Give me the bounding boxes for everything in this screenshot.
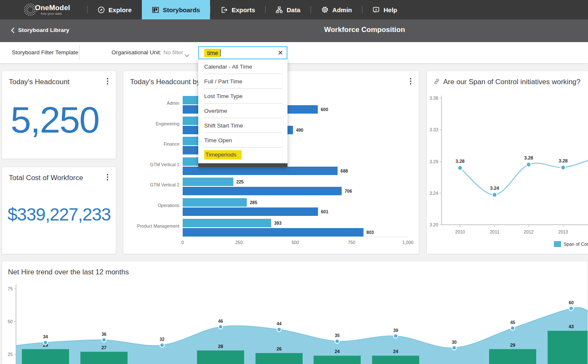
org-unit-label: Organisational Unit: [112, 49, 162, 56]
net-hire-bar [548, 331, 588, 364]
svg-text:Product Management: Product Management [137, 223, 179, 228]
svg-text:3.38: 3.38 [430, 96, 439, 101]
dropdown-item-time-open[interactable]: Time Open [198, 133, 287, 147]
data-icon [276, 6, 283, 13]
nav-label: Storyboards [163, 6, 200, 13]
svg-text:43: 43 [569, 324, 574, 329]
svg-text:2010: 2010 [455, 229, 465, 234]
text-caret [220, 49, 221, 56]
clear-search-icon[interactable]: ✕ [278, 50, 283, 56]
bar-light [183, 178, 233, 186]
svg-text:688: 688 [341, 168, 348, 173]
data-point [394, 334, 398, 338]
svg-text:25: 25 [8, 352, 13, 357]
page-title: Workforce Composition [324, 26, 405, 34]
svg-text:225: 225 [236, 179, 244, 184]
chevron-left-icon [11, 27, 15, 33]
storyboard-header: Storyboard Library Workforce Composition [0, 19, 588, 42]
data-point [452, 346, 456, 350]
svg-text:3.28: 3.28 [559, 158, 567, 163]
svg-text:36: 36 [101, 332, 106, 337]
svg-text:32: 32 [160, 337, 165, 342]
data-point [527, 162, 531, 167]
filter-bar: Storyboard Filter Template Organisationa… [0, 42, 588, 64]
dropdown-item-lost-time-type[interactable]: Lost Time Type [198, 89, 287, 103]
net-hire-bar [22, 349, 69, 364]
storyboards-icon [152, 6, 159, 13]
net-hire-chart-card: Net Hire trend over the last 12 months 7… [2, 261, 588, 364]
data-point [335, 339, 339, 343]
net-hire-bar [314, 356, 361, 364]
nav-item-explore[interactable]: Explore [88, 0, 142, 19]
svg-text:500: 500 [292, 240, 299, 245]
admin-icon [321, 6, 329, 13]
bar-dark [183, 207, 318, 216]
svg-text:24: 24 [335, 349, 340, 354]
net-hire-bar [489, 349, 536, 364]
todays-headcount-card: Today's Headcount 5,250 [2, 71, 116, 159]
kebab-menu-icon[interactable] [106, 173, 109, 181]
onemodel-logo[interactable]: OneModel free your data [23, 0, 70, 19]
nav-item-storyboards[interactable]: Storyboards [142, 0, 210, 19]
span-of-control-line-chart: 3.383.333.293.243.2020103.2820113.242012… [427, 71, 588, 255]
legend-swatch [554, 241, 561, 247]
time-filter-search-input[interactable]: time ✕ [198, 46, 287, 59]
chevron-down-icon[interactable] [184, 51, 189, 59]
nav-item-admin[interactable]: Admin [311, 0, 362, 19]
dropdown-item-label: Time Open [204, 137, 232, 143]
svg-text:Admin: Admin [167, 101, 179, 106]
org-unit-filter[interactable]: Organisational Unit:No filter [112, 49, 183, 56]
svg-text:2012: 2012 [524, 229, 534, 234]
svg-text:3.28: 3.28 [524, 155, 533, 160]
dropdown-item-timeperiods[interactable]: Timeperiods [198, 148, 287, 162]
brand-tagline: free your data [41, 12, 70, 16]
bar-light [183, 219, 271, 227]
svg-text:750: 750 [348, 240, 355, 245]
dropdown-item-shift-start-time[interactable]: Shift Start Time [198, 118, 287, 133]
data-point [458, 166, 463, 170]
workforce-composition-screen: OneModel free your data Explore Storyboa… [0, 0, 588, 364]
data-point [160, 343, 164, 347]
svg-text:34: 34 [43, 334, 48, 339]
net-hire-bar [255, 353, 303, 364]
net-hire-bar [80, 352, 128, 364]
svg-text:24: 24 [393, 349, 399, 354]
bar-dark [183, 228, 364, 236]
svg-text:44: 44 [277, 321, 282, 326]
svg-text:601: 601 [321, 209, 329, 214]
dropdown-item-label: Calendar - All Time [204, 64, 252, 70]
legend-label: Span of Control (E [564, 242, 588, 247]
bar-light [183, 198, 247, 207]
svg-text:?: ? [375, 8, 377, 11]
data-point [218, 325, 223, 329]
dropdown-item-calendar-all-time[interactable]: Calendar - All Time [198, 59, 287, 74]
nav-item-help[interactable]: ? Help [362, 0, 407, 19]
filter-template-label: Storyboard Filter Template [12, 49, 78, 56]
svg-text:3.24: 3.24 [490, 186, 499, 191]
dropdown-scrollbar[interactable] [198, 163, 287, 167]
nav-label: Explore [109, 6, 132, 13]
svg-text:3.33: 3.33 [430, 127, 439, 132]
data-point [561, 165, 566, 170]
svg-text:2011: 2011 [490, 229, 500, 234]
dropdown-item-overtime[interactable]: Overtime [198, 104, 287, 118]
bar-dark [183, 167, 338, 175]
nav-item-data[interactable]: Data [266, 0, 311, 19]
svg-text:30: 30 [452, 340, 457, 345]
data-point [102, 338, 106, 342]
nav-label: Exports [231, 6, 255, 13]
exports-icon [221, 6, 228, 13]
svg-text:3.29: 3.29 [430, 159, 439, 164]
dropdown-item-full-part-time[interactable]: Full / Part Time [198, 74, 287, 88]
help-icon: ? [372, 6, 380, 13]
svg-text:803: 803 [367, 230, 374, 235]
back-label: Storyboard Library [18, 27, 69, 33]
back-to-library-link[interactable]: Storyboard Library [11, 27, 69, 33]
search-query-text: time [204, 49, 220, 57]
dropdown-item-label: Lost Time Type [204, 93, 242, 99]
svg-text:3.20: 3.20 [430, 222, 439, 227]
net-hire-bar [197, 351, 244, 364]
svg-text:250: 250 [235, 240, 243, 245]
nav-item-exports[interactable]: Exports [210, 0, 265, 19]
kebab-menu-icon[interactable] [106, 77, 109, 85]
